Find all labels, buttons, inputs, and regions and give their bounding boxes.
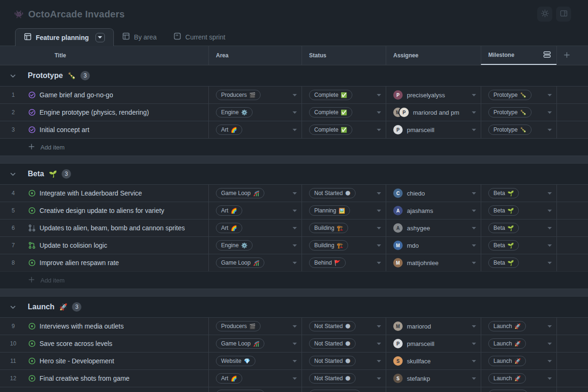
area-cell[interactable]: Game Loop 🎢	[208, 335, 302, 352]
status-pill: Planning 🖼️	[309, 205, 350, 216]
status-cell[interactable]: Behind 🚩	[302, 254, 386, 271]
area-pill: Game Loop 🎢	[216, 258, 264, 268]
assignee-cell[interactable]: M mdo	[386, 237, 481, 254]
milestone-cell[interactable]: Beta 🌱	[481, 237, 556, 254]
milestone-cell[interactable]: Beta 🌱	[481, 254, 556, 271]
milestone-cell[interactable]: Launch 🚀	[481, 318, 556, 335]
status-cell[interactable]	[302, 387, 386, 392]
title-cell[interactable]: Game brief and go-no-go	[26, 86, 208, 103]
title-cell[interactable]: Integrate with Leaderboard Service	[26, 185, 208, 202]
title-cell[interactable]: Hero site - Developement	[26, 353, 208, 369]
settings-button[interactable]	[537, 7, 552, 22]
title-cell[interactable]: Creative design update to aliens for var…	[26, 202, 208, 219]
assignee-cell[interactable]: M mattjohnlee	[386, 254, 481, 271]
item-title[interactable]: Integrate with Leaderboard Service	[40, 189, 142, 197]
area-cell[interactable]	[208, 387, 302, 392]
assignee-cell[interactable]: C chiedo	[386, 185, 481, 202]
assignee-cell[interactable]: A ajashams	[386, 202, 481, 219]
title-cell[interactable]: Updates to alien, beam, bomb and cannon …	[26, 220, 208, 236]
milestone-cell[interactable]	[481, 387, 556, 392]
item-title[interactable]: Initial concept art	[40, 126, 89, 133]
assignee-cell[interactable]: S stefankp	[386, 370, 481, 387]
collapse-chevron-icon[interactable]	[9, 304, 16, 311]
item-title[interactable]: Updates to alien, beam, bomb and cannon …	[40, 224, 185, 232]
avatar: P	[393, 339, 403, 348]
add-column-button[interactable]	[556, 46, 588, 65]
status-cell[interactable]: Complete ✅	[302, 121, 386, 138]
assignee-cell[interactable]: S skullface	[386, 353, 481, 369]
title-cell[interactable]: Engine prototype (physics, rendering)	[26, 104, 208, 121]
assignee-cell[interactable]: MP mariorod and pm	[386, 104, 481, 121]
tab-feature-planning[interactable]: Feature planning	[15, 28, 114, 46]
title-cell[interactable]: Improve alien respawn rate	[26, 254, 208, 271]
status-cell[interactable]: Not Started 🌑	[302, 185, 386, 202]
item-title[interactable]: Game brief and go-no-go	[40, 91, 113, 99]
add-item-button[interactable]: Add item	[0, 138, 588, 156]
item-title[interactable]: Engine prototype (physics, rendering)	[40, 109, 149, 116]
title-cell[interactable]: Final creative shots from game	[26, 370, 208, 387]
assignee-cell[interactable]: A ashygee	[386, 220, 481, 236]
milestone-cell[interactable]: Prototype 🍾	[481, 86, 556, 103]
milestone-cell[interactable]: Prototype 🍾	[481, 104, 556, 121]
group-emoji: 🚀	[59, 303, 67, 311]
title-cell[interactable]: Initial concept art	[26, 121, 208, 138]
item-title[interactable]: Creative design update to aliens for var…	[40, 207, 164, 214]
area-cell[interactable]: Art 🌈	[208, 121, 302, 138]
assignee-cell[interactable]: P pmarsceill	[386, 335, 481, 352]
column-header-milestone[interactable]: Milestone	[481, 46, 556, 65]
status-cell[interactable]: Building 🏗️	[302, 220, 386, 236]
item-title[interactable]: Interviews with media outlets	[40, 322, 124, 330]
status-cell[interactable]: Not Started 🌑	[302, 370, 386, 387]
assignee-cell[interactable]: P preciselyalyss	[386, 86, 481, 103]
item-title[interactable]: Improve alien respawn rate	[40, 259, 119, 267]
area-cell[interactable]: Producers 🎬	[208, 318, 302, 335]
area-cell[interactable]: Art 🌈	[208, 202, 302, 219]
dropdown-caret-icon	[293, 94, 297, 96]
title-cell[interactable]: Update to colision logic	[26, 237, 208, 254]
empty-cell	[556, 86, 588, 103]
area-cell[interactable]: Engine ⚙️	[208, 104, 302, 121]
collapse-chevron-icon[interactable]	[9, 72, 16, 79]
status-cell[interactable]: Building 🏗️	[302, 237, 386, 254]
item-title[interactable]: Save score across levels	[40, 340, 112, 347]
column-header-area[interactable]: Area	[208, 46, 302, 65]
status-cell[interactable]: Not Started 🌑	[302, 353, 386, 369]
title-cell[interactable]: Save score across levels	[26, 335, 208, 352]
milestone-cell[interactable]: Launch 🚀	[481, 370, 556, 387]
area-cell[interactable]: Game Loop 🎢	[208, 185, 302, 202]
milestone-cell[interactable]: Launch 🚀	[481, 335, 556, 352]
tab-by-area[interactable]: By area	[114, 28, 165, 46]
assignee-cell[interactable]	[386, 387, 481, 392]
milestone-cell[interactable]: Launch 🚀	[481, 353, 556, 369]
side-panel-button[interactable]	[556, 7, 571, 22]
area-cell[interactable]: Website 💎	[208, 353, 302, 369]
collapse-chevron-icon[interactable]	[9, 171, 16, 178]
item-title[interactable]: Final creative shots from game	[40, 375, 129, 382]
status-cell[interactable]: Planning 🖼️	[302, 202, 386, 219]
milestone-cell[interactable]: Prototype 🍾	[481, 121, 556, 138]
column-header-assignee[interactable]: Assignee	[386, 46, 481, 65]
rows-icon[interactable]	[543, 51, 551, 60]
area-cell[interactable]: Art 🌈	[208, 220, 302, 236]
column-header-status[interactable]: Status	[302, 46, 386, 65]
view-options-button[interactable]	[95, 33, 105, 42]
item-title[interactable]: Update to colision logic	[40, 242, 107, 249]
column-header-title[interactable]: Title	[26, 46, 208, 65]
status-cell[interactable]: Not Started 🌑	[302, 318, 386, 335]
milestone-cell[interactable]: Beta 🌱	[481, 185, 556, 202]
assignee-cell[interactable]: M mariorod	[386, 318, 481, 335]
assignee-cell[interactable]: P pmarsceill	[386, 121, 481, 138]
status-cell[interactable]: Not Started 🌑	[302, 335, 386, 352]
milestone-cell[interactable]: Beta 🌱	[481, 202, 556, 219]
milestone-cell[interactable]: Beta 🌱	[481, 220, 556, 236]
add-item-button[interactable]: Add item	[0, 271, 588, 289]
area-cell[interactable]: Producers 🎬	[208, 86, 302, 103]
title-cell[interactable]: Interviews with media outlets	[26, 318, 208, 335]
status-cell[interactable]: Complete ✅	[302, 104, 386, 121]
tab-current-sprint[interactable]: Current sprint	[165, 28, 234, 46]
item-title[interactable]: Hero site - Developement	[40, 357, 114, 365]
area-cell[interactable]: Art 🌈	[208, 370, 302, 387]
area-cell[interactable]: Game Loop 🎢	[208, 254, 302, 271]
area-cell[interactable]: Engine ⚙️	[208, 237, 302, 254]
status-cell[interactable]: Complete ✅	[302, 86, 386, 103]
